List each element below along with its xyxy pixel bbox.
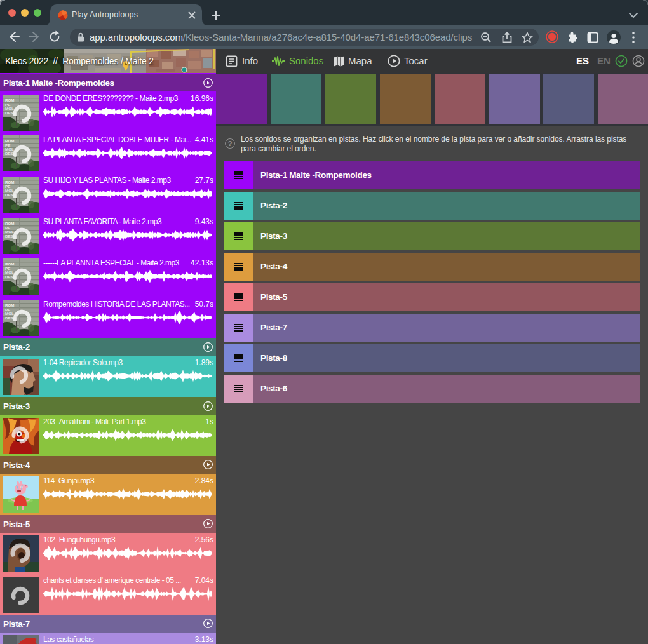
svg-text:DES: DES bbox=[5, 233, 13, 238]
svg-text:DES: DES bbox=[5, 110, 13, 114]
svg-text:DES: DES bbox=[5, 192, 13, 196]
svg-text:DES: DES bbox=[5, 151, 13, 156]
svg-text:DES: DES bbox=[5, 274, 13, 279]
svg-text:DES: DES bbox=[5, 316, 13, 320]
